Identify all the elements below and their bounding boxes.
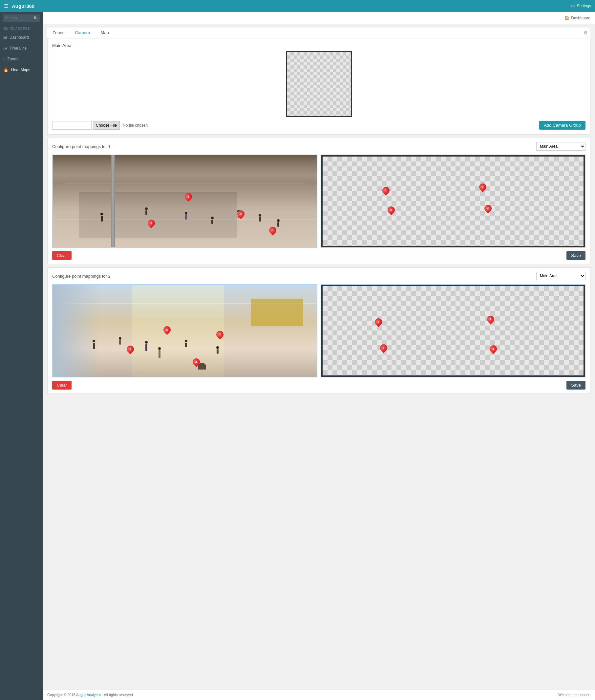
main-content: 🏠 Dashboard Zones Camera Map ⚙ Main Area <box>42 12 595 700</box>
clear-button-1[interactable]: Clear <box>52 251 72 260</box>
clear-button-2[interactable]: Clear <box>52 381 72 390</box>
heatmaps-icon: 🔥 <box>3 67 8 72</box>
map-checker-1[interactable]: 1 2 3 4 <box>321 155 585 247</box>
search-input[interactable] <box>5 16 33 20</box>
map-pin-2-3[interactable]: 3 <box>378 343 389 353</box>
add-camera-group-button[interactable]: Add Camera Group <box>539 121 586 130</box>
breadcrumb-label: Dashboard <box>571 16 590 20</box>
topbar-left: ☰ Augur360 <box>4 3 34 9</box>
home-icon: 🏠 <box>565 16 569 20</box>
footer-copyright: Copyright © 2018 Augur Analytics . All r… <box>47 693 134 697</box>
topbar: ☰ Augur360 ⚙ Settings <box>0 0 595 12</box>
content-area: Zones Camera Map ⚙ Main Area Choose File… <box>42 24 595 689</box>
map-pin-2-4[interactable]: 4 <box>488 344 498 354</box>
sidebar-item-heatmaps[interactable]: 🔥 Heat Maps <box>0 64 42 75</box>
search-box[interactable]: 🔍 <box>3 15 40 22</box>
sidebar-item-zones[interactable]: › Zones <box>0 54 42 64</box>
hamburger-icon[interactable]: ☰ <box>4 3 8 9</box>
map-section: Main Area Choose File No file chosen Add… <box>47 38 590 135</box>
map-pin-1-2[interactable]: 2 <box>478 182 488 192</box>
configure-header-2: Configure point mappings for 2 Main Area <box>52 272 586 280</box>
timeline-icon: ◷ <box>3 46 7 51</box>
camera-panels-2: 1 2 3 4 <box>52 284 586 377</box>
camera-panel-1-left: 1 2 3 4 <box>52 155 317 248</box>
map-pin-2-1[interactable]: 1 <box>373 317 383 327</box>
tabs-bar: Zones Camera Map ⚙ <box>47 28 590 38</box>
sub-header: 🏠 Dashboard <box>42 12 595 24</box>
no-file-label: No file chosen <box>123 123 148 128</box>
settings-label: Settings <box>577 4 591 8</box>
area-select-2[interactable]: Main Area <box>536 272 586 280</box>
zones-icon: › <box>3 56 5 61</box>
tab-map[interactable]: Map <box>95 28 114 38</box>
action-row-1: Clear Save <box>52 251 586 260</box>
sidebar-item-label: Time Line <box>9 46 27 51</box>
map-pin-1-1[interactable]: 1 <box>381 186 391 196</box>
sidebar-item-label: Dashboard <box>9 35 29 40</box>
footer: Copyright © 2018 Augur Analytics . All r… <box>42 689 595 700</box>
settings-link[interactable]: ⚙ Settings <box>571 4 591 8</box>
action-row-2: Clear Save <box>52 381 586 390</box>
map-canvas <box>286 51 352 117</box>
map-pin-1-4[interactable]: 4 <box>483 203 493 213</box>
sidebar-item-label: Heat Maps <box>11 67 30 72</box>
file-input[interactable] <box>52 121 91 130</box>
camera-pin-1-4[interactable]: 4 <box>267 225 278 235</box>
save-button-2[interactable]: Save <box>566 381 586 390</box>
sidebar-item-label: Zones <box>7 57 18 61</box>
map-pin-1-3[interactable]: 3 <box>386 205 396 215</box>
sidebar-item-dashboard[interactable]: ⊞ Dashboard <box>0 32 42 43</box>
quick-access-label: QUICK ACCESS <box>0 24 42 32</box>
airport-feed-2[interactable]: 1 2 3 4 <box>53 285 317 377</box>
area-select-1[interactable]: Main Area <box>536 142 586 151</box>
ceiling-decor <box>53 155 317 175</box>
layout: 🔍 QUICK ACCESS ⊞ Dashboard ◷ Time Line ›… <box>0 12 595 700</box>
map-section-title: Main Area <box>52 43 586 48</box>
configure-title-2: Configure point mappings for 2 <box>52 274 111 279</box>
airport-feed-1[interactable]: 1 2 3 4 <box>53 155 317 247</box>
camera-panel-2-left: 1 2 3 4 <box>52 284 317 377</box>
choose-file-button[interactable]: Choose File <box>93 121 120 130</box>
upload-row: Choose File No file chosen Add Camera Gr… <box>52 121 586 130</box>
tab-camera[interactable]: Camera <box>69 28 95 38</box>
camera-panel-1-right: 1 2 3 4 <box>321 155 586 248</box>
configure-section-1: Configure point mappings for 1 Main Area <box>47 138 590 264</box>
sidebar: 🔍 QUICK ACCESS ⊞ Dashboard ◷ Time Line ›… <box>0 12 42 700</box>
camera-panels-1: 1 2 3 4 <box>52 155 586 248</box>
search-icon: 🔍 <box>33 16 38 20</box>
configure-title-1: Configure point mappings for 1 <box>52 144 111 149</box>
footer-tagline: We see, the unseen <box>558 693 590 697</box>
save-button-1[interactable]: Save <box>566 251 586 260</box>
tabs-left: Zones Camera Map <box>47 28 114 38</box>
camera-panel-2-right: 1 2 3 4 <box>321 284 586 377</box>
configure-section-2: Configure point mappings for 2 Main Area <box>47 268 590 394</box>
map-checker-2[interactable]: 1 2 3 4 <box>321 285 585 377</box>
footer-company-link[interactable]: Augur Analytics <box>76 693 101 697</box>
tab-zones[interactable]: Zones <box>47 28 69 38</box>
breadcrumb: 🏠 Dashboard <box>565 16 590 20</box>
tab-settings-icon[interactable]: ⚙ <box>584 30 588 35</box>
sidebar-item-timeline[interactable]: ◷ Time Line <box>0 43 42 54</box>
map-pin-2-2[interactable]: 2 <box>485 314 495 324</box>
dashboard-icon: ⊞ <box>3 35 7 40</box>
gear-icon: ⚙ <box>571 4 575 8</box>
configure-header-1: Configure point mappings for 1 Main Area <box>52 142 586 151</box>
app-brand: Augur360 <box>12 3 34 9</box>
